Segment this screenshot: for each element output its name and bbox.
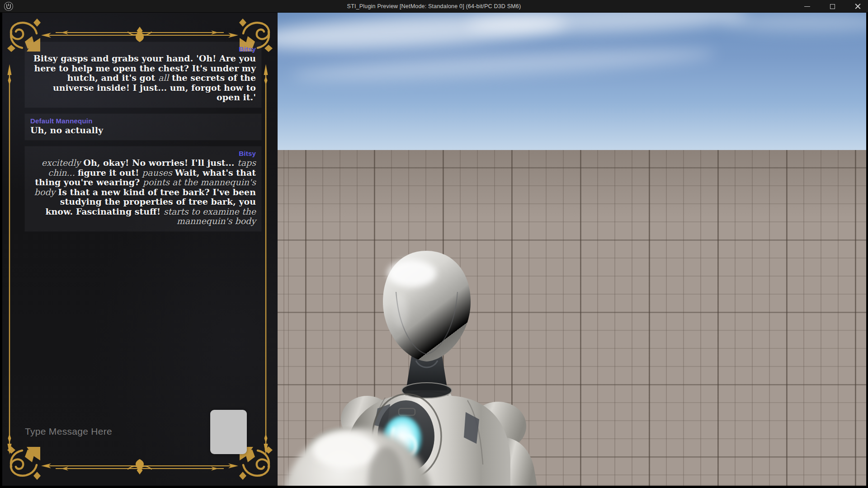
text-segment: Uh, no actually <box>30 125 103 135</box>
title-bar: STI_Plugin Preview [NetMode: Standalone … <box>0 0 868 13</box>
window-title: STI_Plugin Preview [NetMode: Standalone … <box>0 0 868 13</box>
minimize-button[interactable] <box>800 1 814 12</box>
grid-wall <box>278 150 866 486</box>
gold-divider-top <box>40 26 239 42</box>
minimize-icon <box>804 6 810 7</box>
message-input[interactable] <box>25 422 206 441</box>
send-button[interactable] <box>210 410 247 454</box>
game-viewport[interactable] <box>278 13 866 486</box>
chat-message: Bitsy Bitsy gasps and grabs your hand. '… <box>25 42 261 108</box>
sender-name: Default Mannequin <box>30 117 256 125</box>
maximize-button[interactable] <box>826 1 839 12</box>
message-text: excitedly Oh, okay! No worries! I'll jus… <box>30 158 256 226</box>
message-list: Bitsy Bitsy gasps and grabs your hand. '… <box>25 42 261 238</box>
chat-message: Bitsy excitedly Oh, okay! No worries! I'… <box>25 146 261 231</box>
sender-name: Bitsy <box>30 45 256 53</box>
text-segment: figure it out! <box>78 168 142 178</box>
text-segment: Oh, okay! No worries! I'll just... <box>83 158 237 168</box>
sender-name: Bitsy <box>30 150 256 157</box>
text-segment-italic: excitedly <box>42 158 84 168</box>
message-text: Uh, no actually <box>30 126 256 136</box>
text-segment-italic: pauses <box>142 168 175 178</box>
message-text: Bitsy gasps and grabs your hand. 'Oh! Ar… <box>30 54 256 103</box>
dialogue-panel: Bitsy Bitsy gasps and grabs your hand. '… <box>2 13 278 486</box>
close-icon <box>855 4 861 9</box>
gold-border-left <box>7 63 12 455</box>
close-button[interactable] <box>851 1 864 12</box>
chat-message: Default Mannequin Uh, no actually <box>25 114 261 141</box>
window-controls <box>800 0 864 13</box>
gold-border-right <box>263 63 269 455</box>
maximize-icon <box>830 4 835 9</box>
text-segment-italic: all <box>158 73 169 83</box>
message-input-row <box>25 413 261 486</box>
text-segment-italic: starts to examine the mannequin's body <box>164 206 256 226</box>
unreal-preview-window: STI_Plugin Preview [NetMode: Standalone … <box>0 0 868 488</box>
